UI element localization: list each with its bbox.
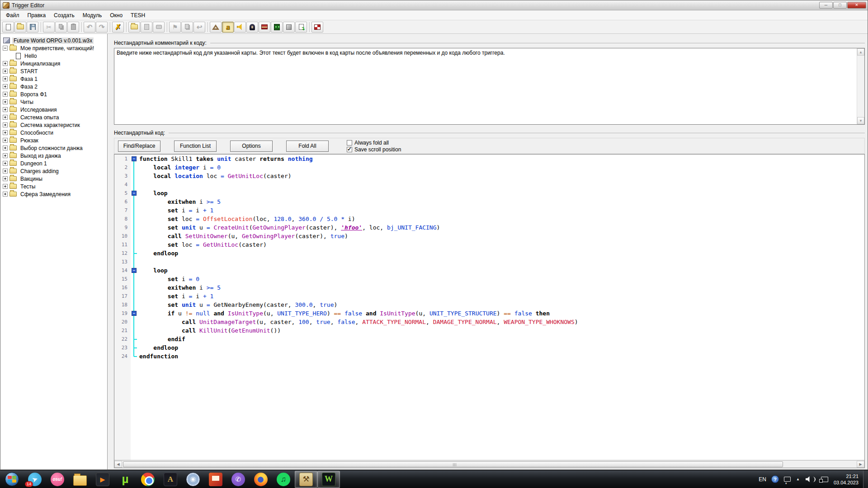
always-fold-all-checkbox[interactable]: Always fold all [347, 139, 401, 146]
expand-icon[interactable] [3, 76, 8, 81]
expand-icon[interactable] [3, 61, 8, 66]
code-line-18[interactable]: 18 set unit u = GetNearbyEnemy(caster, 3… [114, 300, 864, 309]
tree-category-15[interactable]: Dungeon 1 [0, 160, 107, 167]
undo-button[interactable] [84, 22, 95, 33]
code-line-7[interactable]: 7 set i = i + 1 [114, 206, 864, 215]
scrollbar-thumb[interactable] [123, 461, 783, 467]
scroll-left-icon[interactable]: ◀ [114, 461, 122, 468]
trigger-editor-button[interactable] [222, 22, 234, 33]
code-line-24[interactable]: 24endfunction [114, 352, 864, 361]
code-line-20[interactable]: 20 call UnitDamageTarget(u, caster, 100,… [114, 318, 864, 326]
menu-item-5[interactable]: Окно [106, 11, 127, 20]
code-line-14[interactable]: 14 loop [114, 266, 864, 275]
tree-category-8[interactable]: Исследования [0, 106, 107, 113]
code-line-21[interactable]: 21 call KillUnit(GetEnumUnit()) [114, 326, 864, 335]
terrain-editor-button[interactable] [210, 22, 222, 33]
save-map-button[interactable] [27, 22, 38, 33]
tree-category-14[interactable]: Выход из данжа [0, 152, 107, 160]
code-line-13[interactable]: 13 [114, 258, 864, 266]
start-button[interactable] [0, 470, 24, 488]
code-line-9[interactable]: 9 set unit u = CreateUnit(GetOwningPlaye… [114, 223, 864, 232]
tree-category-2[interactable]: Инициализация [0, 60, 107, 67]
taskbar-app-firefox[interactable] [250, 471, 272, 488]
menu-item-1[interactable]: Файл [2, 11, 24, 20]
campaign-editor-button[interactable] [259, 22, 270, 33]
import-manager-button[interactable] [295, 22, 307, 33]
options-button[interactable]: Options [230, 141, 273, 152]
convert-to-text-button[interactable] [193, 22, 205, 33]
code-line-10[interactable]: 10 call SetUnitOwner(u, GetOwningPlayer(… [114, 232, 864, 240]
expand-icon[interactable] [3, 192, 8, 197]
tree-category-1[interactable]: Мое приветствие, читающий! [0, 44, 107, 52]
collapse-icon[interactable] [3, 46, 8, 51]
taskbar-app-warcraft-iii[interactable]: W [317, 471, 340, 488]
scroll-down-icon[interactable]: ▼ [857, 117, 864, 124]
code-line-5[interactable]: 5 loop [114, 189, 864, 197]
checkbox-unchecked-icon[interactable] [347, 140, 352, 145]
expand-icon[interactable] [3, 161, 8, 166]
tree-category-17[interactable]: Вакцины [0, 175, 107, 183]
code-line-2[interactable]: 2 local integer i = 0 [114, 163, 864, 172]
volume-icon[interactable] [806, 476, 812, 482]
tree-root-map[interactable]: Future World ORPG v.0.001.w3x [0, 37, 107, 44]
comment-text[interactable]: Введите ниже нестандартный код для указа… [114, 48, 857, 124]
expand-icon[interactable] [3, 107, 8, 112]
code-line-8[interactable]: 8 set loc = OffsetLocation(loc, 128.0, 3… [114, 215, 864, 223]
delete-button[interactable] [112, 22, 124, 33]
hidden-icons-arrow[interactable]: ▲ [796, 477, 800, 481]
expand-icon[interactable] [3, 122, 8, 127]
code-editor[interactable]: 1function Skill1 takes unit caster retur… [114, 154, 865, 468]
cut-button[interactable] [43, 22, 55, 33]
fold-collapse-icon[interactable] [132, 311, 137, 316]
object-editor-button[interactable] [246, 22, 258, 33]
open-map-button[interactable] [14, 22, 26, 33]
language-indicator[interactable]: EN [759, 476, 766, 483]
new-map-button[interactable] [2, 22, 14, 33]
minimize-button[interactable]: ─ [819, 2, 833, 9]
object-manager-button[interactable] [283, 22, 295, 33]
checkbox-checked-icon[interactable] [347, 147, 352, 152]
tree-category-4[interactable]: Фаза 1 [0, 75, 107, 83]
tree-category-18[interactable]: Тесты [0, 183, 107, 190]
code-line-15[interactable]: 15 set i = 0 [114, 275, 864, 283]
tree-category-19[interactable]: Сфера Замедления [0, 190, 107, 198]
tree-category-3[interactable]: START [0, 67, 107, 75]
expand-icon[interactable] [3, 92, 8, 97]
title-bar[interactable]: Trigger Editor ─ □ ✕ [0, 0, 868, 10]
clock[interactable]: 21:21 03.04.2023 [834, 473, 859, 486]
paste-button[interactable] [67, 22, 79, 33]
menu-item-4[interactable]: Модуль [79, 11, 106, 20]
tree-category-16[interactable]: Charges adding [0, 167, 107, 175]
code-line-23[interactable]: 23 endloop [114, 343, 864, 352]
expand-icon[interactable] [3, 153, 8, 158]
code-editor-view[interactable]: 1function Skill1 takes unit caster retur… [114, 155, 864, 460]
expand-icon[interactable] [3, 115, 8, 120]
scroll-up-icon[interactable]: ▲ [857, 48, 864, 56]
tree-category-11[interactable]: Способности [0, 129, 107, 136]
menu-item-2[interactable]: Правка [24, 11, 50, 20]
tree-category-10[interactable]: Система характеристик [0, 121, 107, 129]
taskbar-app-viber[interactable]: ✆ [227, 471, 250, 488]
save-scroll-position-checkbox[interactable]: Save scroll position [347, 146, 401, 153]
tree-trigger-item[interactable]: Hello [0, 52, 107, 60]
taskbar-app-chrome[interactable] [137, 471, 159, 488]
display-icon[interactable] [784, 477, 791, 482]
new-trigger-button[interactable] [141, 22, 152, 33]
tree-category-5[interactable]: Фаза 2 [0, 83, 107, 90]
copy-as-text-button[interactable] [181, 22, 193, 33]
expand-icon[interactable] [3, 130, 8, 135]
fold-collapse-icon[interactable] [132, 191, 137, 196]
code-line-6[interactable]: 6 exitwhen i >= 5 [114, 197, 864, 206]
fold-collapse-icon[interactable] [132, 268, 137, 273]
taskbar-app-media-player[interactable]: ▶ [91, 471, 114, 488]
expand-icon[interactable] [3, 69, 8, 74]
code-line-22[interactable]: 22 endif [114, 335, 864, 343]
tree-category-9[interactable]: Система опыта [0, 113, 107, 121]
taskbar-app-disc-tool[interactable] [182, 471, 204, 488]
comment-box[interactable]: Введите ниже нестандартный код для указа… [114, 48, 865, 125]
tree-category-6[interactable]: Ворота Ф1 [0, 90, 107, 98]
ai-editor-button[interactable] [271, 22, 283, 33]
menu-item-6[interactable]: TESH [127, 11, 149, 20]
code-line-19[interactable]: 19 if u != null and IsUnitType(u, UNIT_T… [114, 309, 864, 318]
scroll-right-icon[interactable]: ▶ [857, 461, 864, 468]
